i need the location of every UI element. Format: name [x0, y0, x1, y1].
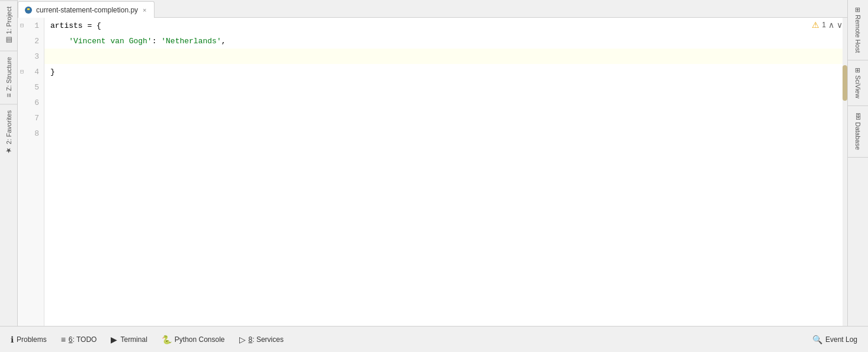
tab-filename: current-statement-completion.py [36, 6, 138, 14]
code-colon: : [152, 37, 162, 46]
services-icon: ▷ [239, 335, 246, 344]
warning-count: 1 [822, 21, 826, 29]
sidebar-item-remote-host[interactable]: ⊞ Remote Host [848, 0, 868, 60]
line-2-number: 2 [18, 33, 44, 49]
services-button[interactable]: ▷ 8: Services [233, 332, 290, 347]
services-label: 8: Services [249, 335, 284, 344]
left-sidebar: ▤ 1: Project ≡ Z: Structure ★ 2: Favorit… [0, 0, 18, 326]
tab-close-button[interactable]: × [142, 7, 147, 14]
code-string-value: 'Netherlands' [161, 37, 221, 46]
code-text-1: artists = { [50, 21, 101, 30]
problems-label: Problems [17, 335, 47, 344]
problems-button[interactable]: ℹ Problems [5, 332, 53, 347]
terminal-icon: ▶ [111, 335, 117, 344]
line-7-number: 7 [18, 110, 44, 126]
sciview-icon: ⊞ [854, 68, 862, 73]
line-3-number: 3 [18, 49, 44, 64]
todo-button[interactable]: ≡ 6: TODO [55, 332, 103, 347]
database-icon: 🗄 [854, 113, 861, 120]
editor-content[interactable]: ⊟ 1 2 3 ⊟ 4 5 6 7 8 ⚠ 1 ∧ ∨ artist [18, 18, 847, 326]
remote-host-icon: ⊞ [854, 7, 862, 12]
todo-icon: ≡ [61, 335, 66, 344]
code-line-4[interactable]: } [44, 64, 847, 79]
sidebar-item-database[interactable]: 🗄 Database [848, 106, 868, 158]
code-text-4: } [50, 68, 55, 76]
code-line-6[interactable] [44, 95, 847, 110]
prev-warning-button[interactable]: ∧ [828, 20, 834, 30]
code-comma: , [221, 37, 226, 46]
sidebar-item-sciview[interactable]: ⊞ SciView [848, 60, 868, 106]
code-indent-2 [50, 37, 69, 46]
python-console-label: Python Console [175, 335, 225, 344]
line-gutter: ⊟ 1 2 3 ⊟ 4 5 6 7 8 [18, 18, 44, 326]
code-line-5[interactable] [44, 79, 847, 95]
editor-tab-current-file[interactable]: current-statement-completion.py × [18, 1, 155, 18]
code-line-1[interactable]: artists = { [44, 18, 847, 33]
favorites-icon: ★ [5, 146, 13, 155]
scrollbar-thumb[interactable] [843, 65, 847, 101]
python-console-button[interactable]: 🐍 Python Console [156, 332, 231, 347]
tab-bar: current-statement-completion.py × [18, 0, 847, 18]
sidebar-item-structure[interactable]: ≡ Z: Structure [0, 50, 17, 103]
todo-label: 6: TODO [69, 335, 97, 344]
code-string-key: 'Vincent van Gogh' [69, 37, 152, 46]
line-6-number: 6 [18, 95, 44, 110]
event-log-label: Event Log [825, 335, 857, 344]
right-sidebar: ⊞ Remote Host ⊞ SciView 🗄 Database [847, 0, 868, 326]
bottom-toolbar: ℹ Problems ≡ 6: TODO ▶ Terminal 🐍 Python… [0, 326, 868, 352]
terminal-button[interactable]: ▶ Terminal [105, 332, 153, 347]
project-icon: ▤ [5, 36, 13, 44]
code-editor[interactable]: ⚠ 1 ∧ ∨ artists = { 'Vincent van Gogh': … [44, 18, 847, 326]
code-line-2[interactable]: 'Vincent van Gogh': 'Netherlands', [44, 33, 847, 49]
line-4-number: ⊟ 4 [18, 64, 44, 79]
event-log-icon: 🔍 [812, 335, 822, 344]
python-console-icon: 🐍 [162, 335, 172, 344]
editor-toolbar: ⚠ 1 ∧ ∨ [807, 18, 847, 32]
editor-area: current-statement-completion.py × ⊟ 1 2 … [18, 0, 847, 326]
line-1-number: ⊟ 1 [18, 18, 44, 33]
line-8-number: 8 [18, 126, 44, 141]
sidebar-item-favorites[interactable]: ★ 2: Favorites [0, 104, 17, 161]
fold-icon-4[interactable]: ⊟ [20, 68, 24, 75]
terminal-label: Terminal [120, 335, 147, 344]
event-log-button[interactable]: 🔍 Event Log [806, 332, 863, 347]
code-line-7[interactable] [44, 110, 847, 126]
code-line-3[interactable] [44, 49, 847, 64]
next-warning-button[interactable]: ∨ [837, 20, 843, 30]
warning-icon: ⚠ [812, 20, 819, 30]
structure-icon: ≡ [5, 94, 13, 98]
code-line-8[interactable] [44, 126, 847, 141]
fold-icon-1[interactable]: ⊟ [20, 22, 24, 29]
scrollbar-track [843, 18, 847, 326]
problems-icon: ℹ [11, 335, 14, 344]
sidebar-item-project[interactable]: ▤ 1: Project [0, 0, 17, 50]
python-file-icon [24, 6, 33, 14]
line-5-number: 5 [18, 79, 44, 95]
